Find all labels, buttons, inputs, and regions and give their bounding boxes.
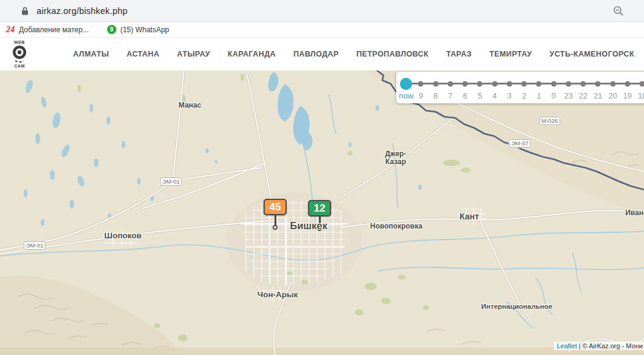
zoom-out-icon[interactable]: [612, 5, 625, 17]
slider-stop-18[interactable]: 18: [635, 72, 644, 103]
slider-stop-label: 8: [433, 91, 438, 100]
slider-stop-label: 9: [419, 91, 423, 100]
slider-stop-5[interactable]: 5: [472, 72, 487, 103]
aqi-value-badge[interactable]: 12: [308, 200, 331, 216]
slider-stop-label: 4: [492, 91, 497, 100]
bookmark-whatsapp[interactable]: 9 (15) WhatsApp: [107, 25, 169, 34]
slider-stop-label: 2: [522, 91, 527, 100]
aqi-marker-45[interactable]: 45: [264, 199, 287, 230]
nav-item-3[interactable]: КАРАГАНДА: [228, 50, 276, 58]
slider-dot[interactable]: [565, 81, 571, 86]
slider-dot[interactable]: [610, 81, 615, 86]
site-nav: АЛМАТЫАСТАНААТЫРАУКАРАГАНДАПАВЛОДАРПЕТРО…: [73, 50, 638, 58]
webcam-icon: [10, 44, 29, 64]
slider-dot[interactable]: [433, 81, 438, 86]
nav-item-8[interactable]: УСТЬ-КАМЕНОГОРСК: [550, 50, 634, 58]
aqi-value-badge[interactable]: 45: [264, 199, 287, 215]
bookmarks-bar: 24 Добавление матер... 9 (15) WhatsApp: [0, 22, 644, 38]
slider-stop-7[interactable]: 7: [443, 72, 458, 103]
slider-dot[interactable]: [447, 81, 453, 86]
city-label-1: Джер- Казар: [385, 150, 407, 166]
whatsapp-badge-icon: 9: [107, 25, 116, 34]
slider-stop-2[interactable]: 2: [517, 72, 531, 103]
slider-dot[interactable]: [640, 81, 644, 86]
slider-stop-label: 19: [623, 91, 632, 100]
slider-stop-6[interactable]: 6: [458, 72, 472, 103]
bookmark-label: Добавление матер...: [19, 26, 89, 34]
attribution-text: | © AirKaz.org - Мони: [579, 342, 643, 350]
slider-dot[interactable]: [492, 81, 497, 86]
slider-stop-0[interactable]: 0: [547, 72, 561, 103]
slider-stop-label: 1: [537, 91, 541, 100]
slider-stop-9[interactable]: 9: [413, 72, 428, 103]
marker-foot: [273, 225, 278, 230]
nav-item-2[interactable]: АТЫРАУ: [177, 50, 210, 58]
logo-cam-text: CAM: [14, 64, 24, 68]
city-label-5: Новопокровка: [370, 222, 422, 230]
slider-stop-label: now: [399, 91, 413, 100]
slider-stop-label: 0: [551, 91, 556, 100]
slider-dot[interactable]: [463, 81, 468, 86]
slider-stop-label: 7: [448, 91, 452, 100]
slider-stop-label: 3: [507, 91, 511, 100]
city-label-4: Бишкек: [290, 220, 327, 231]
slider-stop-now[interactable]: now: [399, 72, 413, 103]
slider-stop-1[interactable]: 1: [531, 72, 546, 103]
slider-stop-label: 22: [579, 91, 587, 100]
marker-pole: [275, 215, 276, 225]
url-text[interactable]: airkaz.org/bishkek.php: [37, 6, 127, 16]
slider-stop-label: 21: [593, 91, 602, 100]
slider-dot[interactable]: [506, 81, 512, 86]
city-label-3: Шопоков: [104, 232, 141, 241]
road-shield-2: ЭМ-07: [509, 139, 531, 148]
slider-dot[interactable]: [595, 81, 601, 86]
road-shield-1: ЭМ-01: [24, 241, 46, 250]
slider-dot[interactable]: [581, 81, 586, 86]
slider-stop-label: 18: [638, 91, 644, 100]
url-bar[interactable]: airkaz.org/bishkek.php: [0, 0, 644, 22]
slider-dot[interactable]: [536, 81, 542, 86]
slider-dot[interactable]: [400, 78, 412, 90]
webcam-logo[interactable]: WEB CAM: [7, 40, 32, 68]
nav-item-1[interactable]: АСТАНА: [127, 50, 159, 58]
nav-item-6[interactable]: ТАРАЗ: [446, 50, 472, 58]
map-attribution: Leaflet | © AirKaz.org - Мони: [554, 342, 644, 350]
city-label-2: Кант: [460, 212, 479, 221]
nav-item-7[interactable]: ТЕМИРТАУ: [489, 50, 532, 58]
air-quality-map[interactable]: 45 12 now9876543210232221201918 Leaflet …: [0, 71, 644, 355]
slider-stop-label: 23: [564, 91, 573, 100]
slider-stop-20[interactable]: 20: [606, 72, 620, 103]
city-label-7: Интернациональное: [481, 303, 553, 311]
nav-item-5[interactable]: ПЕТРОПАВЛОВСК: [356, 50, 428, 58]
slider-stop-8[interactable]: 8: [429, 72, 443, 103]
leaflet-link[interactable]: Leaflet: [557, 342, 577, 350]
bookmark-label: (15) WhatsApp: [121, 26, 169, 34]
slider-dot[interactable]: [477, 81, 483, 86]
site-header: WEB CAM АЛМАТЫАСТАНААТЫРАУКАРАГАНДАПАВЛО…: [0, 38, 644, 71]
city-label-0: Манас: [178, 102, 201, 109]
nav-item-0[interactable]: АЛМАТЫ: [73, 50, 109, 58]
road-shield-0: ЭМ-01: [160, 178, 182, 186]
logo-web-text: WEB: [14, 40, 25, 44]
slider-stop-label: 20: [608, 91, 617, 100]
road-shield-3: М-026: [539, 117, 561, 125]
slider-stop-21[interactable]: 21: [590, 72, 605, 103]
slider-stop-label: 5: [478, 91, 482, 100]
city-label-8: Иваново: [625, 209, 644, 217]
time-slider[interactable]: now9876543210232221201918: [396, 72, 644, 103]
lock-icon: [21, 6, 29, 16]
slider-stop-19[interactable]: 19: [620, 72, 635, 103]
slider-dot[interactable]: [522, 81, 527, 86]
slider-stop-23[interactable]: 23: [561, 72, 576, 103]
bookmark-dobavlenie[interactable]: 24 Добавление матер...: [6, 26, 89, 34]
slider-stop-4[interactable]: 4: [488, 72, 502, 103]
slider-dot[interactable]: [625, 81, 630, 86]
slider-dot[interactable]: [551, 81, 556, 86]
slider-stop-22[interactable]: 22: [576, 72, 590, 103]
nav-item-4[interactable]: ПАВЛОДАР: [293, 50, 339, 58]
city-label-6: Чон-Арык: [257, 291, 298, 300]
bookmark-24-icon: 24: [6, 26, 15, 34]
slider-stop-label: 6: [463, 91, 467, 100]
slider-stop-3[interactable]: 3: [502, 72, 517, 103]
slider-dot[interactable]: [418, 81, 424, 86]
